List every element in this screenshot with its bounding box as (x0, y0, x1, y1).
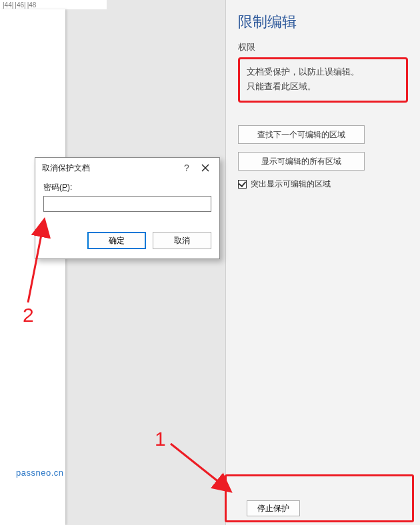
close-icon[interactable] (195, 163, 215, 173)
document-page[interactable] (0, 9, 65, 525)
restrict-editing-panel: 限制编辑 权限 文档受保护，以防止误编辑。 只能查看此区域。 查找下一个可编辑的… (225, 0, 420, 525)
help-icon[interactable]: ? (178, 163, 195, 173)
password-input[interactable] (43, 196, 211, 212)
dialog-title: 取消保护文档 (42, 163, 178, 174)
protection-message: 文档受保护，以防止误编辑。 只能查看此区域。 (238, 57, 408, 103)
show-all-regions-button[interactable]: 显示可编辑的所有区域 (238, 152, 365, 171)
ruler-mark: |46| (15, 1, 25, 9)
ruler: |44| |46| |48 (0, 0, 107, 9)
protection-line: 文档受保护，以防止误编辑。 (247, 65, 399, 79)
permissions-heading: 权限 (238, 41, 408, 53)
checkbox-label: 突出显示可编辑的区域 (251, 179, 331, 190)
cancel-button[interactable]: 取消 (153, 232, 211, 249)
unprotect-document-dialog: 取消保护文档 ? 密码(P): 确定 取消 (35, 157, 220, 259)
find-next-region-button[interactable]: 查找下一个可编辑的区域 (238, 125, 365, 144)
ruler-mark: |44| (3, 1, 13, 9)
dialog-titlebar[interactable]: 取消保护文档 ? (35, 158, 219, 178)
annotation-number-1: 1 (155, 428, 166, 450)
stop-protection-button[interactable]: 停止保护 (247, 500, 300, 516)
svg-line-5 (171, 444, 229, 490)
panel-title: 限制编辑 (238, 12, 408, 32)
protection-line: 只能查看此区域。 (247, 79, 399, 94)
checkbox-icon (238, 180, 247, 189)
ok-button[interactable]: 确定 (87, 232, 146, 249)
highlight-regions-checkbox[interactable]: 突出显示可编辑的区域 (238, 179, 408, 190)
password-label: 密码(P): (43, 182, 211, 193)
ruler-mark: |48 (27, 1, 37, 9)
